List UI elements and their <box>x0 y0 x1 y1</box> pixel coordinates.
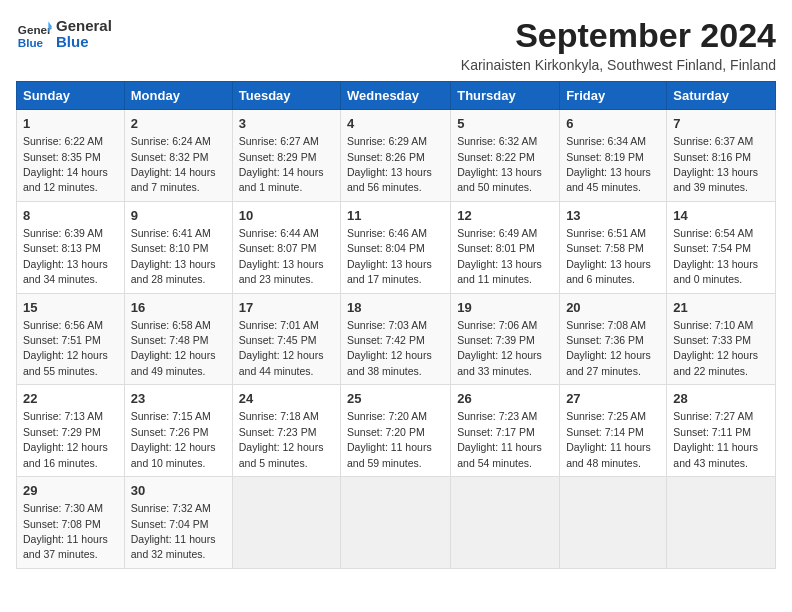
sunrise-text: Sunrise: 7:13 AM <box>23 410 103 422</box>
sunset-text: Sunset: 8:26 PM <box>347 151 425 163</box>
sunrise-text: Sunrise: 7:08 AM <box>566 319 646 331</box>
daylight-text: Daylight: 13 hours and 23 minutes. <box>239 258 324 285</box>
day-number: 4 <box>347 115 444 133</box>
daylight-text: Daylight: 12 hours and 16 minutes. <box>23 441 108 468</box>
day-number: 30 <box>131 482 226 500</box>
weekday-header-saturday: Saturday <box>667 82 776 110</box>
sunset-text: Sunset: 8:22 PM <box>457 151 535 163</box>
sunrise-text: Sunrise: 6:22 AM <box>23 135 103 147</box>
sunset-text: Sunset: 7:54 PM <box>673 242 751 254</box>
daylight-text: Daylight: 12 hours and 55 minutes. <box>23 349 108 376</box>
sunrise-text: Sunrise: 7:10 AM <box>673 319 753 331</box>
calendar-cell <box>560 477 667 569</box>
sunrise-text: Sunrise: 7:27 AM <box>673 410 753 422</box>
daylight-text: Daylight: 13 hours and 56 minutes. <box>347 166 432 193</box>
daylight-text: Daylight: 12 hours and 38 minutes. <box>347 349 432 376</box>
daylight-text: Daylight: 12 hours and 22 minutes. <box>673 349 758 376</box>
day-number: 17 <box>239 299 334 317</box>
calendar-cell: 21 Sunrise: 7:10 AM Sunset: 7:33 PM Dayl… <box>667 293 776 385</box>
day-number: 1 <box>23 115 118 133</box>
calendar-cell <box>451 477 560 569</box>
sunrise-text: Sunrise: 6:41 AM <box>131 227 211 239</box>
sunset-text: Sunset: 7:42 PM <box>347 334 425 346</box>
calendar-cell: 4 Sunrise: 6:29 AM Sunset: 8:26 PM Dayli… <box>341 110 451 202</box>
sunset-text: Sunset: 8:29 PM <box>239 151 317 163</box>
sunrise-text: Sunrise: 6:27 AM <box>239 135 319 147</box>
sunrise-text: Sunrise: 6:34 AM <box>566 135 646 147</box>
calendar-cell: 15 Sunrise: 6:56 AM Sunset: 7:51 PM Dayl… <box>17 293 125 385</box>
sunrise-text: Sunrise: 7:20 AM <box>347 410 427 422</box>
sunrise-text: Sunrise: 7:15 AM <box>131 410 211 422</box>
subtitle: Karinaisten Kirkonkyla, Southwest Finlan… <box>461 57 776 73</box>
calendar: SundayMondayTuesdayWednesdayThursdayFrid… <box>16 81 776 569</box>
logo-line1: General <box>56 18 112 35</box>
day-number: 27 <box>566 390 660 408</box>
sunset-text: Sunset: 7:26 PM <box>131 426 209 438</box>
daylight-text: Daylight: 13 hours and 6 minutes. <box>566 258 651 285</box>
daylight-text: Daylight: 11 hours and 43 minutes. <box>673 441 758 468</box>
sunset-text: Sunset: 7:33 PM <box>673 334 751 346</box>
sunset-text: Sunset: 8:13 PM <box>23 242 101 254</box>
daylight-text: Daylight: 13 hours and 28 minutes. <box>131 258 216 285</box>
daylight-text: Daylight: 14 hours and 12 minutes. <box>23 166 108 193</box>
sunrise-text: Sunrise: 6:32 AM <box>457 135 537 147</box>
title-area: September 2024 Karinaisten Kirkonkyla, S… <box>461 16 776 73</box>
calendar-cell: 26 Sunrise: 7:23 AM Sunset: 7:17 PM Dayl… <box>451 385 560 477</box>
weekday-header-thursday: Thursday <box>451 82 560 110</box>
day-number: 9 <box>131 207 226 225</box>
sunrise-text: Sunrise: 6:46 AM <box>347 227 427 239</box>
sunset-text: Sunset: 8:19 PM <box>566 151 644 163</box>
weekday-header-sunday: Sunday <box>17 82 125 110</box>
weekday-header-friday: Friday <box>560 82 667 110</box>
daylight-text: Daylight: 12 hours and 10 minutes. <box>131 441 216 468</box>
sunset-text: Sunset: 7:39 PM <box>457 334 535 346</box>
weekday-header-tuesday: Tuesday <box>232 82 340 110</box>
sunset-text: Sunset: 7:58 PM <box>566 242 644 254</box>
calendar-cell: 16 Sunrise: 6:58 AM Sunset: 7:48 PM Dayl… <box>124 293 232 385</box>
daylight-text: Daylight: 13 hours and 0 minutes. <box>673 258 758 285</box>
day-number: 23 <box>131 390 226 408</box>
calendar-cell: 10 Sunrise: 6:44 AM Sunset: 8:07 PM Dayl… <box>232 201 340 293</box>
calendar-cell: 12 Sunrise: 6:49 AM Sunset: 8:01 PM Dayl… <box>451 201 560 293</box>
sunrise-text: Sunrise: 6:54 AM <box>673 227 753 239</box>
day-number: 11 <box>347 207 444 225</box>
daylight-text: Daylight: 13 hours and 34 minutes. <box>23 258 108 285</box>
day-number: 10 <box>239 207 334 225</box>
calendar-cell: 1 Sunrise: 6:22 AM Sunset: 8:35 PM Dayli… <box>17 110 125 202</box>
sunset-text: Sunset: 8:10 PM <box>131 242 209 254</box>
daylight-text: Daylight: 11 hours and 54 minutes. <box>457 441 542 468</box>
calendar-cell: 8 Sunrise: 6:39 AM Sunset: 8:13 PM Dayli… <box>17 201 125 293</box>
calendar-cell: 13 Sunrise: 6:51 AM Sunset: 7:58 PM Dayl… <box>560 201 667 293</box>
sunset-text: Sunset: 8:35 PM <box>23 151 101 163</box>
daylight-text: Daylight: 11 hours and 37 minutes. <box>23 533 108 560</box>
sunset-text: Sunset: 7:08 PM <box>23 518 101 530</box>
daylight-text: Daylight: 13 hours and 11 minutes. <box>457 258 542 285</box>
sunrise-text: Sunrise: 7:01 AM <box>239 319 319 331</box>
sunrise-text: Sunrise: 6:58 AM <box>131 319 211 331</box>
day-number: 2 <box>131 115 226 133</box>
daylight-text: Daylight: 11 hours and 59 minutes. <box>347 441 432 468</box>
calendar-cell: 14 Sunrise: 6:54 AM Sunset: 7:54 PM Dayl… <box>667 201 776 293</box>
sunset-text: Sunset: 7:04 PM <box>131 518 209 530</box>
sunrise-text: Sunrise: 6:37 AM <box>673 135 753 147</box>
day-number: 14 <box>673 207 769 225</box>
day-number: 21 <box>673 299 769 317</box>
sunrise-text: Sunrise: 7:23 AM <box>457 410 537 422</box>
day-number: 16 <box>131 299 226 317</box>
sunrise-text: Sunrise: 7:30 AM <box>23 502 103 514</box>
sunset-text: Sunset: 8:07 PM <box>239 242 317 254</box>
day-number: 13 <box>566 207 660 225</box>
sunset-text: Sunset: 8:32 PM <box>131 151 209 163</box>
svg-text:General: General <box>18 23 52 36</box>
sunrise-text: Sunrise: 6:56 AM <box>23 319 103 331</box>
sunset-text: Sunset: 8:16 PM <box>673 151 751 163</box>
sunrise-text: Sunrise: 7:03 AM <box>347 319 427 331</box>
day-number: 29 <box>23 482 118 500</box>
logo-icon: General Blue <box>16 16 52 52</box>
sunset-text: Sunset: 7:23 PM <box>239 426 317 438</box>
calendar-cell: 11 Sunrise: 6:46 AM Sunset: 8:04 PM Dayl… <box>341 201 451 293</box>
calendar-cell: 24 Sunrise: 7:18 AM Sunset: 7:23 PM Dayl… <box>232 385 340 477</box>
sunrise-text: Sunrise: 6:51 AM <box>566 227 646 239</box>
sunset-text: Sunset: 7:17 PM <box>457 426 535 438</box>
day-number: 19 <box>457 299 553 317</box>
